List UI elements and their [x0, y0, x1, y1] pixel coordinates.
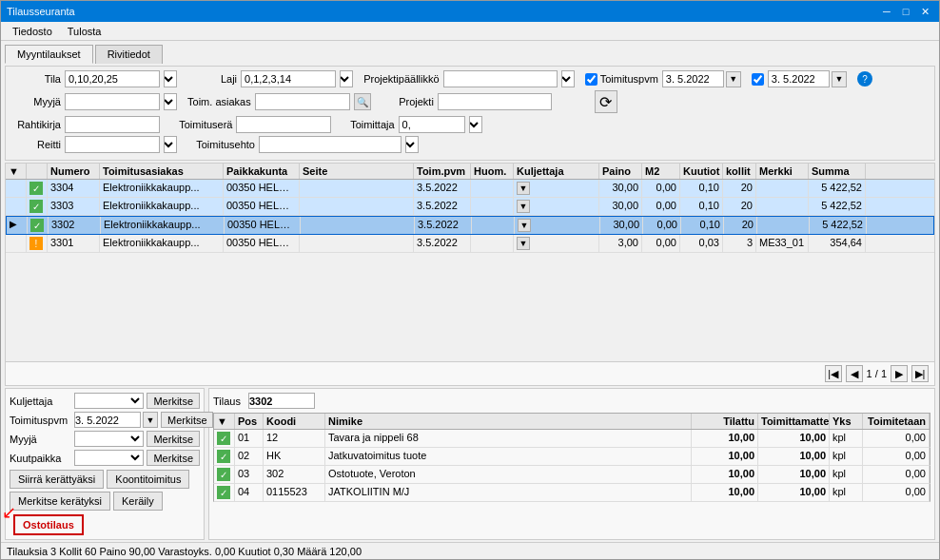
last-page-button[interactable]: ▶|: [911, 365, 929, 382]
myyja-input[interactable]: [65, 93, 160, 110]
dcol-filter: ▼: [214, 414, 235, 429]
merkitse-keratyksi-button[interactable]: Merkitse kerätyksi: [10, 492, 110, 511]
calendar-button1[interactable]: ▼: [726, 71, 741, 87]
toimituspvm-check1[interactable]: [585, 73, 597, 86]
reitti-input[interactable]: [65, 136, 160, 153]
row-huom: [471, 235, 514, 252]
myyja-label: Myyjä: [11, 96, 61, 107]
table-row[interactable]: ✓ 3304 Elektroniikkakaupp... 00350 HELSI…: [6, 180, 934, 198]
myyja-left-select[interactable]: [74, 431, 144, 447]
drow-tilattu: 10,00: [692, 448, 758, 465]
tab-myyntilaukset[interactable]: Myyntilaukset: [5, 45, 93, 64]
detail-row[interactable]: ✓ 01 12 Tavara ja nippeli 68 10,00 10,00…: [213, 430, 930, 448]
first-page-button[interactable]: |◀: [825, 365, 842, 382]
detail-row[interactable]: ✓ 02 HK Jatkuvatoimitus tuote 10,00 10,0…: [213, 448, 930, 466]
col-seite: Seite: [300, 164, 414, 179]
toimituspvm-left-input[interactable]: [74, 412, 141, 428]
toimituspvm-cal-btn[interactable]: ▼: [143, 412, 158, 428]
keraly-button[interactable]: Keräily: [113, 492, 163, 511]
toimituseran-input[interactable]: [236, 116, 331, 133]
merkitse-btn-4[interactable]: Merkitse: [147, 450, 200, 466]
maximize-button[interactable]: □: [897, 3, 914, 20]
merkitse-btn-2[interactable]: Merkitse: [161, 412, 213, 428]
drow-toimittamatte: 10,00: [758, 484, 830, 501]
tilaus-input[interactable]: [248, 393, 315, 409]
table-row[interactable]: ! 3301 Elektroniikkakaupp... 00350 HELSI…: [6, 235, 934, 253]
menu-tulosta[interactable]: Tulosta: [60, 24, 109, 39]
drow-pos: 04: [235, 484, 264, 501]
menu-tiedosto[interactable]: Tiedosto: [5, 24, 60, 39]
drow-toimitetaan: 0,00: [863, 430, 930, 447]
drow-koodi: 0115523: [264, 484, 325, 501]
toimittaja-dropdown[interactable]: ▼: [469, 116, 482, 133]
search-icon-button[interactable]: 🔍: [354, 93, 371, 110]
kuljettaja-label: Kuljettaja: [10, 396, 71, 407]
siirra-button[interactable]: Siirrä kerättyäksi: [10, 470, 104, 489]
col-m2: M2: [642, 164, 680, 179]
tila-input[interactable]: [65, 70, 160, 87]
row-summa: 354,64: [809, 235, 866, 252]
main-table-section: ▼ Numero Toimitusasiakas Paikkakunta Sei…: [5, 163, 935, 386]
col-summa: Summa: [809, 164, 866, 179]
toimituspvm-input2[interactable]: [768, 70, 830, 87]
projekti-input[interactable]: [438, 93, 552, 110]
prev-page-button[interactable]: ◀: [846, 365, 863, 382]
toimitusehto-dropdown[interactable]: ▼: [405, 136, 419, 153]
toimituspvm-check2[interactable]: [752, 73, 764, 86]
ostotilaus-button[interactable]: Ostotilaus: [13, 514, 84, 535]
tila-dropdown[interactable]: ▼: [164, 70, 177, 87]
close-button[interactable]: ✕: [916, 3, 933, 20]
kuutpaikka-select[interactable]: [74, 450, 144, 466]
row-seite: [300, 198, 414, 215]
merkitse-btn-1[interactable]: Merkitse: [147, 393, 200, 409]
title-bar: Tilausseuranta ─ □ ✕: [1, 1, 939, 22]
rahtikirja-input[interactable]: [65, 116, 160, 133]
drow-tilattu: 10,00: [692, 466, 758, 483]
projektipaallikko-dropdown[interactable]: ▼: [561, 70, 575, 87]
laji-input[interactable]: [241, 70, 336, 87]
detail-row[interactable]: ✓ 04 0115523 JATKOLIITIN M/J 10,00 10,00…: [213, 484, 930, 502]
row-arrow: [6, 198, 27, 215]
col-kuutiot: Kuutiot: [680, 164, 723, 179]
reitti-dropdown[interactable]: ▼: [164, 136, 177, 153]
toim-asiakas-input[interactable]: [255, 93, 350, 110]
minimize-button[interactable]: ─: [878, 3, 895, 20]
tab-rivitiedot[interactable]: Rivitiedot: [95, 45, 163, 64]
row-huom: [471, 180, 514, 197]
projektipaallikko-input[interactable]: [443, 70, 558, 87]
drow-pos: 01: [235, 430, 264, 447]
next-page-button[interactable]: ▶: [891, 365, 908, 382]
merkitse-btn-3[interactable]: Merkitse: [147, 431, 200, 447]
reitti-label: Reitti: [11, 139, 61, 150]
drow-toimittamatte: 10,00: [758, 466, 830, 483]
help-button[interactable]: ?: [857, 71, 872, 87]
table-row[interactable]: ✓ 3303 Elektroniikkakaupp... 00350 HELSI…: [6, 198, 934, 216]
window-title: Tilausseuranta: [7, 6, 75, 17]
row-seite: [300, 180, 414, 197]
drow-nimike: Jatkuvatoimitus tuote: [325, 448, 692, 465]
toimittaja-input[interactable]: [399, 116, 465, 133]
page-indicator: 1 / 1: [867, 368, 887, 379]
refresh-button[interactable]: ⟳: [595, 90, 617, 113]
drow-nimike: JATKOLIITIN M/J: [325, 484, 692, 501]
row-numero: 3304: [48, 180, 100, 197]
table-row[interactable]: ▶ ✓ 3302 Elektroniikkakaupp... 00350 HEL…: [6, 216, 934, 235]
row-kuutiot: 0,10: [680, 198, 723, 215]
dcol-yks: Yks: [830, 414, 863, 429]
drow-check: ✓: [214, 484, 235, 501]
detail-row[interactable]: ✓ 03 302 Ostotuote, Veroton 10,00 10,00 …: [213, 466, 930, 484]
myyja-dropdown[interactable]: ▼: [164, 93, 177, 110]
main-table-body: ✓ 3304 Elektroniikkakaupp... 00350 HELSI…: [6, 180, 934, 361]
toimituspvm-input1[interactable]: [662, 70, 724, 87]
toimitusehto-input[interactable]: [259, 136, 401, 153]
laji-dropdown[interactable]: ▼: [340, 70, 353, 87]
toimituspvm-check2-label: [752, 73, 764, 86]
koontitoimitus-button[interactable]: Koontitoimitus: [107, 470, 189, 489]
row-merkki: ME33_01: [756, 235, 809, 252]
calendar-button2[interactable]: ▼: [832, 71, 847, 87]
filter-section: Tila ▼ Laji ▼ Projektipäällikkö ▼ Toimit…: [5, 66, 935, 161]
drow-check: ✓: [214, 430, 235, 447]
kuljettaja-select[interactable]: [74, 393, 144, 409]
row-kuljettaja: ▼: [514, 180, 599, 197]
row-kollit: 20: [724, 217, 757, 234]
